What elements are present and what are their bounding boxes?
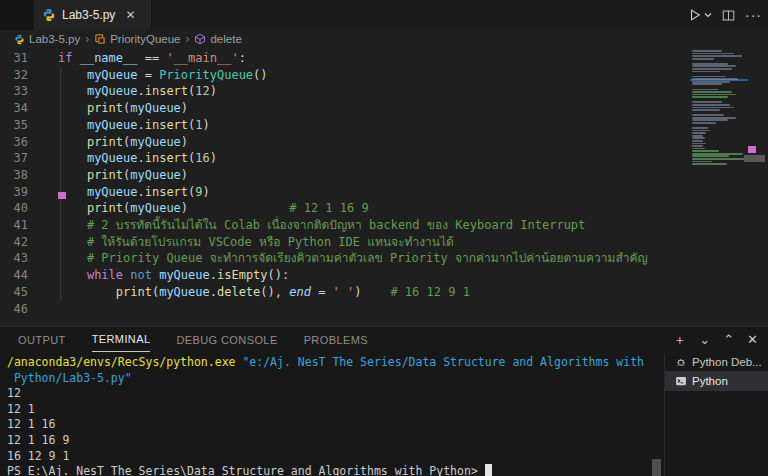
terminal-line: 16 12 9 1 [7, 449, 652, 465]
bottom-panel: OUTPUTTERMINALDEBUG CONSOLEPROBLEMS ＋ ⌄ … [0, 326, 768, 476]
debug-icon [675, 356, 687, 368]
breadcrumb-separator: › [185, 32, 189, 46]
code-line-35: 35 myQueue.insert(1) [0, 117, 690, 134]
line-number: 41 [0, 217, 28, 234]
code-line-46: 46 [0, 301, 690, 318]
terminal-list-item-label: Python [692, 375, 728, 387]
terminal-icon [675, 375, 687, 387]
code-line-36: 36 print(myQueue) [0, 134, 690, 151]
line-number: 38 [0, 167, 28, 184]
overview-ruler-cursor-marker [58, 192, 66, 199]
line-number: 42 [0, 234, 28, 251]
code-editor[interactable]: 31if __name__ == '__main__':32 myQueue =… [0, 48, 768, 326]
tabbar-left-strip [0, 0, 34, 30]
tab-lab3-5[interactable]: Lab3-5.py ✕ [34, 0, 152, 30]
python-file-icon [42, 8, 56, 22]
line-number: 36 [0, 134, 28, 151]
panel-header: OUTPUTTERMINALDEBUG CONSOLEPROBLEMS ＋ ⌄ … [0, 327, 768, 352]
breadcrumb: Lab3-5.py › PriorityQueue › delete [0, 30, 768, 48]
code-line-32: 32 myQueue = PriorityQueue() [0, 67, 690, 84]
terminal-list-sidebar: Python Deb...Python [664, 353, 768, 476]
breadcrumb-method[interactable]: delete [194, 33, 241, 45]
terminal-line: /anaconda3/envs/RecSys/python.exe "e:/Aj… [7, 355, 652, 371]
code-line-40: 40 print(myQueue) # 12 1 16 9 [0, 200, 690, 217]
run-button[interactable] [688, 8, 712, 22]
terminal-list-item-label: Python Deb... [692, 356, 762, 368]
terminal-cursor [485, 464, 492, 476]
split-editor-icon[interactable] [722, 9, 735, 22]
code-line-37: 37 myQueue.insert(16) [0, 150, 690, 167]
breadcrumb-class-label: PriorityQueue [110, 33, 180, 45]
code-line-39: 39 myQueue.insert(9) [0, 184, 690, 201]
line-number: 31 [0, 50, 28, 67]
python-file-icon [14, 34, 25, 45]
line-number: 37 [0, 150, 28, 167]
line-number: 46 [0, 301, 28, 318]
close-panel-icon[interactable]: ✕ [747, 333, 758, 346]
overview-ruler-marker [748, 146, 756, 153]
code-line-33: 33 myQueue.insert(12) [0, 83, 690, 100]
run-dropdown-chevron-icon [704, 11, 712, 19]
terminal-dropdown-chevron-icon[interactable]: ⌄ [699, 333, 710, 346]
terminal-scrollbar-thumb[interactable] [652, 459, 661, 476]
symbol-class-icon [94, 33, 106, 45]
code-line-38: 38 print(myQueue) [0, 167, 690, 184]
code-line-41: 41 # 2 บรรทัดนี้รันไม่ได้ใน Colab เนื่อง… [0, 217, 690, 234]
line-number: 39 [0, 184, 28, 201]
editor-scrollbar-thumb[interactable] [744, 155, 765, 162]
more-actions-icon[interactable]: ··· [745, 7, 762, 23]
tab-label: Lab3-5.py [62, 8, 115, 22]
line-number: 44 [0, 267, 28, 284]
panel-tab-debug-console[interactable]: DEBUG CONSOLE [176, 327, 277, 352]
panel-tab-problems[interactable]: PROBLEMS [304, 327, 368, 352]
terminal-list-item-python[interactable]: Python [665, 371, 768, 391]
panel-tab-terminal[interactable]: TERMINAL [92, 327, 151, 352]
line-number: 40 [0, 200, 28, 217]
terminal-line: PS E:\Aj. NesT The Series\Data Structure… [7, 464, 652, 476]
breadcrumb-file[interactable]: Lab3-5.py [14, 33, 80, 45]
code-line-43: 43 # Priority Queue จะทำการจัดเรียงคิวตา… [0, 250, 690, 267]
code-line-42: 42 # ให้รันด้วยโปรแกรม VSCode หรือ Pytho… [0, 234, 690, 251]
terminal-list-item-python-deb-[interactable]: Python Deb... [665, 353, 768, 371]
line-number: 45 [0, 284, 28, 301]
line-number: 33 [0, 83, 28, 100]
code-line-45: 45 print(myQueue.delete(), end = ' ') # … [0, 284, 690, 301]
tab-close-icon[interactable]: ✕ [125, 9, 135, 21]
vscode-window: Lab3-5.py ✕ ··· Lab3-5.py › [0, 0, 768, 476]
terminal-line: 12 1 16 9 [7, 433, 652, 449]
terminal-line: 12 1 [7, 402, 652, 418]
maximize-panel-icon[interactable]: ⌃ [723, 333, 734, 346]
code-line-34: 34 print(myQueue) [0, 100, 690, 117]
line-number: 43 [0, 250, 28, 267]
minimap[interactable] [690, 50, 748, 320]
terminal-line: Python/Lab3-5.py" [7, 371, 652, 387]
line-number: 35 [0, 117, 28, 134]
breadcrumb-separator: › [85, 32, 89, 46]
breadcrumb-class[interactable]: PriorityQueue [94, 33, 180, 45]
line-number: 34 [0, 100, 28, 117]
terminal-output[interactable]: /anaconda3/envs/RecSys/python.exe "e:/Aj… [7, 355, 652, 476]
tab-bar: Lab3-5.py ✕ ··· [0, 0, 768, 30]
breadcrumb-method-label: delete [210, 33, 241, 45]
breadcrumb-file-label: Lab3-5.py [29, 33, 80, 45]
code-line-31: 31if __name__ == '__main__': [0, 50, 690, 67]
terminal-line: 12 1 16 [7, 417, 652, 433]
terminal-line: 12 [7, 386, 652, 402]
new-terminal-icon[interactable]: ＋ [673, 333, 686, 346]
symbol-method-icon [194, 33, 206, 45]
code-line-44: 44 while not myQueue.isEmpty(): [0, 267, 690, 284]
line-number: 32 [0, 67, 28, 84]
panel-tab-output[interactable]: OUTPUT [18, 327, 66, 352]
